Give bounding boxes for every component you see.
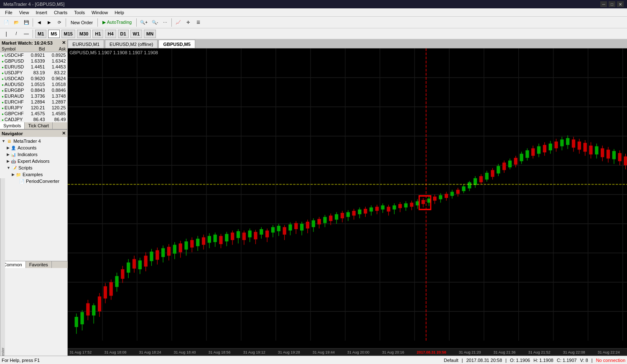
menu-help[interactable]: Help xyxy=(111,9,127,16)
svg-rect-163 xyxy=(456,190,460,194)
svg-rect-61 xyxy=(161,248,165,257)
refresh-button[interactable]: ⟳ xyxy=(55,18,64,27)
zoom-out-button[interactable]: 🔍- xyxy=(150,18,160,27)
chart-shift-button[interactable]: ⋯ xyxy=(161,18,170,27)
mw-tab-tick-chart[interactable]: Tick Chart xyxy=(25,122,53,129)
market-watch-row[interactable]: ●EURCHF 1.2894 1.2897 xyxy=(0,99,67,105)
line-tool[interactable]: | xyxy=(2,29,11,38)
nav-indicators-label: Indicators xyxy=(18,152,38,157)
menu-file[interactable]: File xyxy=(2,9,16,16)
time-8: 31 Aug 19:44 xyxy=(313,350,335,354)
period-h1[interactable]: H1 xyxy=(92,30,103,38)
chart-tab-eurusd-m2[interactable]: EURUSD,M2 (offline) xyxy=(105,40,158,48)
mw-bid: 1.6339 xyxy=(24,58,45,63)
period-m1[interactable]: M1 xyxy=(35,30,46,38)
market-watch-row[interactable]: ●GBPCHF 1.4575 1.4585 xyxy=(0,111,67,116)
nav-accounts[interactable]: ▶ 👤 Accounts xyxy=(0,144,67,151)
back-button[interactable]: ◀ xyxy=(35,18,44,27)
mw-bid: 83.19 xyxy=(24,70,45,75)
svg-rect-193 xyxy=(543,145,546,152)
objects-list-button[interactable]: ☰ xyxy=(194,18,203,27)
new-order-button[interactable]: New Order xyxy=(68,18,96,27)
chart-tab-gbpusd-m5[interactable]: GBPUSD,M5 xyxy=(158,40,195,48)
period-d1[interactable]: D1 xyxy=(118,30,129,38)
menu-tools[interactable]: Tools xyxy=(71,9,88,16)
navigator-header: Navigator ✕ xyxy=(0,130,67,137)
svg-rect-115 xyxy=(318,219,321,225)
new-chart-button[interactable]: 📄 xyxy=(2,18,11,27)
menu-view[interactable]: View xyxy=(16,9,33,16)
menu-window[interactable]: Window xyxy=(88,9,111,16)
svg-rect-59 xyxy=(156,250,159,260)
market-watch-panel: Market Watch: 16:24:53 ✕ Symbol Bid Ask … xyxy=(0,39,67,130)
mw-ask: 86.49 xyxy=(45,117,66,122)
close-button[interactable]: ✕ xyxy=(617,1,624,7)
minimize-button[interactable]: ─ xyxy=(600,1,607,7)
svg-rect-67 xyxy=(179,243,182,252)
maximize-button[interactable]: □ xyxy=(609,1,615,7)
svg-rect-105 xyxy=(289,225,292,231)
autotrading-button[interactable]: ▶ AutoTrading xyxy=(99,18,135,27)
menu-insert[interactable]: Insert xyxy=(32,9,51,16)
nav-scripts[interactable]: ▼ 📝 Scripts xyxy=(0,164,67,171)
zoom-in-button[interactable]: 🔍+ xyxy=(138,18,149,27)
svg-rect-75 xyxy=(202,238,205,245)
nav-period-converter[interactable]: 📄 PeriodConverter xyxy=(0,178,67,185)
svg-rect-57 xyxy=(150,252,153,261)
market-watch-row[interactable]: ●GBPUSD 1.6339 1.6342 xyxy=(0,58,67,64)
nav-examples[interactable]: ▶ 📁 Examples xyxy=(0,171,67,178)
market-watch-row[interactable]: ●CADJPY 86.43 86.49 xyxy=(0,116,67,122)
indicators-button[interactable]: 📈 xyxy=(173,18,183,27)
market-watch-row[interactable]: ●EURAUD 1.3736 1.3748 xyxy=(0,93,67,99)
svg-rect-53 xyxy=(138,260,142,269)
indicators-icon: 📊 xyxy=(10,152,16,157)
nav-metatrader4[interactable]: ▼ 🖥 MetaTrader 4 xyxy=(0,138,67,144)
svg-rect-185 xyxy=(520,154,523,161)
period-m5[interactable]: M5 xyxy=(48,30,59,38)
period-mn[interactable]: MN xyxy=(144,30,156,38)
svg-rect-197 xyxy=(555,142,558,148)
market-watch-row[interactable]: ●USDJPY 83.19 83.22 xyxy=(0,70,67,76)
hline-tool[interactable]: — xyxy=(22,29,31,38)
period-m30[interactable]: M30 xyxy=(77,30,91,38)
mw-ask: 120.25 xyxy=(45,105,66,110)
menu-charts[interactable]: Charts xyxy=(51,9,71,16)
navigator-panel: Navigator ✕ ▼ 🖥 MetaTrader 4 ▶ 👤 Account… xyxy=(0,130,67,356)
market-watch-row[interactable]: ●USDCAD 0.9620 0.9624 xyxy=(0,76,67,81)
trend-tool[interactable]: / xyxy=(12,29,21,38)
market-watch-row[interactable]: ●EURGBP 0.8843 0.8846 xyxy=(0,87,67,93)
market-watch-row[interactable]: ●USDCHF 0.8921 0.8925 xyxy=(0,52,67,58)
save-button[interactable]: 💾 xyxy=(22,18,31,27)
nav-indicators[interactable]: ▶ 📊 Indicators xyxy=(0,151,67,158)
svg-rect-89 xyxy=(242,233,246,240)
statusbar: For Help, press F1 Default | 2017.08.31 … xyxy=(0,356,627,364)
scripts-expand-icon: ▼ xyxy=(7,166,10,170)
market-watch-row[interactable]: ●EURUSD 1.4451 1.4453 xyxy=(0,64,67,70)
mw-ask: 1.0518 xyxy=(45,82,66,87)
open-button[interactable]: 📂 xyxy=(12,18,21,27)
separator-1 xyxy=(33,18,33,27)
market-watch-close[interactable]: ✕ xyxy=(62,40,66,46)
crosshair-button[interactable]: ✛ xyxy=(184,18,193,27)
nav-expert-advisors[interactable]: ▶ 🤖 Expert Advisors xyxy=(0,158,67,164)
period-w1[interactable]: W1 xyxy=(130,30,143,38)
market-watch-rows: ●USDCHF 0.8921 0.8925 ●GBPUSD 1.6339 1.6… xyxy=(0,52,67,122)
svg-rect-211 xyxy=(595,146,599,154)
navigator-close[interactable]: ✕ xyxy=(62,131,66,136)
separator-5 xyxy=(171,18,172,27)
col-bid: Bid xyxy=(24,47,45,51)
chart-canvas[interactable]: GBPUSD,M5 1.1907 1.1908 1.1907 1.1908 xyxy=(68,48,627,348)
chart-tab-eurusd-m1[interactable]: EURUSD,M1 xyxy=(68,40,104,48)
period-m15[interactable]: M15 xyxy=(61,30,75,38)
market-watch-row[interactable]: ●AUDUSD 1.0515 1.0518 xyxy=(0,81,67,87)
svg-rect-177 xyxy=(497,166,500,174)
forward-button[interactable]: ▶ xyxy=(45,18,54,27)
mw-tab-symbols[interactable]: Symbols xyxy=(0,122,25,129)
svg-rect-99 xyxy=(271,227,275,233)
svg-rect-101 xyxy=(277,226,280,231)
svg-rect-123 xyxy=(341,213,344,218)
titlebar: MetaTrader 4 - [GBPUSD,M5] ─ □ ✕ xyxy=(0,0,627,8)
tab-favorites[interactable]: Favorites xyxy=(26,261,52,268)
market-watch-row[interactable]: ●EURJPY 120.21 120.25 xyxy=(0,105,67,111)
period-h4[interactable]: H4 xyxy=(105,30,116,38)
